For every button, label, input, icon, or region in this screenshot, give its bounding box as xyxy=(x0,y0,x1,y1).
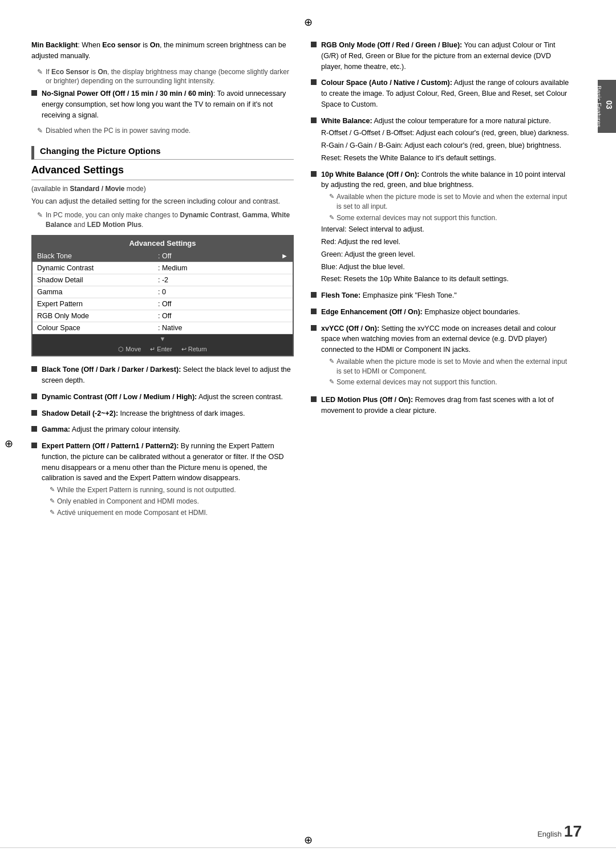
row-value: : Off xyxy=(158,312,279,320)
table-row: Colour Space : Native xyxy=(33,322,293,334)
bullet-square xyxy=(31,393,37,399)
bullet-content: 10p White Balance (Off / On): Controls t… xyxy=(321,169,573,285)
list-item: Expert Pattern (Off / Pattern1 / Pattern… xyxy=(31,441,294,519)
extra-text2: Blue: Adjust the blue level. xyxy=(321,262,573,273)
pencil-icon: ✎ xyxy=(50,508,55,517)
disabled-text: Disabled when the PC is in power saving … xyxy=(46,126,191,136)
row-arrow: ► xyxy=(279,252,288,260)
bullet-content: Gamma: Adjust the primary colour intensi… xyxy=(42,424,294,435)
min-backlight-block: Min Backlight: When Eco sensor is On, th… xyxy=(31,40,294,62)
sub-note: ✎ Activé uniquement en mode Composant et… xyxy=(50,508,294,518)
pencil-icon: ✎ xyxy=(50,497,55,505)
right-column: RGB Only Mode (Off / Red / Green / Blue)… xyxy=(311,40,573,525)
bullet-square xyxy=(311,117,317,123)
section-divider xyxy=(31,180,294,180)
bullet-content: Colour Space (Auto / Native / Custom): A… xyxy=(321,78,573,109)
page-number-area: English17 xyxy=(537,822,582,841)
row-label: Black Tone xyxy=(37,252,158,260)
bullet-square xyxy=(311,79,317,85)
pencil-icon-pc: ✎ xyxy=(37,210,43,220)
list-item: LED Motion Plus (Off / On): Removes drag… xyxy=(311,395,573,416)
left-column: Min Backlight: When Eco sensor is On, th… xyxy=(31,40,294,525)
pencil-icon: ✎ xyxy=(329,378,334,386)
row-value: : Native xyxy=(158,324,279,332)
available-note: (available in Standard / Movie mode) xyxy=(31,185,294,193)
row-label: Gamma xyxy=(37,288,158,296)
table-footer: ⬡ Move ↵ Enter ↩ Return xyxy=(33,343,293,355)
pencil-icon: ✎ xyxy=(329,213,334,222)
extra-text2: Interval: Select interval to adjust. xyxy=(321,224,573,235)
row-label: Expert Pattern xyxy=(37,300,158,308)
eco-sensor-note: ✎ If Eco Sensor is On, the display brigh… xyxy=(37,67,294,87)
section-header: Changing the Picture Options xyxy=(31,146,294,160)
bottom-bar: [UC9000]BN68-03034A-02Eng.indb 17 2010-0… xyxy=(0,847,616,852)
pc-mode-text: In PC mode, you can only make changes to… xyxy=(46,210,294,230)
subsection-title: Advanced Settings xyxy=(31,164,294,176)
bullet-square xyxy=(31,426,37,432)
list-item: 10p White Balance (Off / On): Controls t… xyxy=(311,169,573,285)
extra-text2: Reset: Resets the 10p White Balance to i… xyxy=(321,274,573,285)
table-row: Dynamic Contrast : Medium xyxy=(33,262,293,274)
table-row: Expert Pattern : Off xyxy=(33,298,293,310)
right-bullet-list: RGB Only Mode (Off / Red / Green / Blue)… xyxy=(311,40,573,416)
footer-move: ⬡ Move xyxy=(118,346,141,353)
sub-note: ✎ Some external devices may not support … xyxy=(329,378,573,387)
row-value: : Off xyxy=(158,252,279,260)
sub-note: ✎ Only enabled in Component and HDMI mod… xyxy=(50,497,294,506)
english-label: English xyxy=(537,830,562,838)
list-item: Gamma: Adjust the primary colour intensi… xyxy=(31,424,294,435)
pencil-icon: ✎ xyxy=(329,192,334,201)
sub-note: ✎ While the Expert Pattern is running, s… xyxy=(50,485,294,495)
tab-number: 03 xyxy=(605,100,614,109)
reg-mark-top: ⊕ xyxy=(304,16,313,29)
list-item: xvYCC (Off / On): Setting the xvYCC mode… xyxy=(311,323,573,390)
bullet-square xyxy=(31,90,37,96)
bullet-square xyxy=(311,42,317,47)
bullet-square xyxy=(311,396,317,402)
bullet-content: Shadow Detail (-2~+2): Increase the brig… xyxy=(42,408,294,419)
table-row: Shadow Detail : -2 xyxy=(33,274,293,286)
section-header-label: Changing the Picture Options xyxy=(40,146,161,156)
row-label: Shadow Detail xyxy=(37,276,158,284)
bullet-square xyxy=(311,292,317,298)
list-item: Black Tone (Off / Dark / Darker / Darkes… xyxy=(31,364,294,386)
pencil-icon-disabled: ✎ xyxy=(37,126,43,136)
bullet-content: LED Motion Plus (Off / On): Removes drag… xyxy=(321,395,573,416)
bullet-content: xvYCC (Off / On): Setting the xvYCC mode… xyxy=(321,323,573,390)
bullet-square xyxy=(311,309,317,314)
min-backlight-text: Min Backlight: When Eco sensor is On, th… xyxy=(31,41,286,60)
eco-sensor-text: If Eco Sensor is On, the display brightn… xyxy=(46,67,294,87)
list-item: Shadow Detail (-2~+2): Increase the brig… xyxy=(31,408,294,419)
page-container: ⊕ ⊕ 03 Basic Features Min Backlight: Whe… xyxy=(0,11,616,852)
extra-text: Reset: Resets the White Balance to it's … xyxy=(321,153,573,164)
left-bullet-list: Black Tone (Off / Dark / Darker / Darkes… xyxy=(31,364,294,519)
sub-note: ✎ Some external devices may not support … xyxy=(329,213,573,223)
pencil-icon: ✎ xyxy=(50,485,55,494)
no-signal-item: No-Signal Power Off (Off / 15 min / 30 m… xyxy=(31,88,294,120)
bullet-square xyxy=(311,325,317,331)
advanced-settings-table: Advanced Settings Black Tone : Off ► Dyn… xyxy=(31,235,294,356)
top-bullet-list: No-Signal Power Off (Off / 15 min / 30 m… xyxy=(31,88,294,120)
list-item: RGB Only Mode (Off / Red / Green / Blue)… xyxy=(311,40,573,72)
pencil-icon: ✎ xyxy=(329,357,334,366)
sub-note: ✎ Available when the picture mode is set… xyxy=(329,357,573,376)
bullet-content: White Balance: Adjust the colour tempera… xyxy=(321,116,573,164)
footer-return: ↩ Return xyxy=(181,346,207,353)
bullet-content: Black Tone (Off / Dark / Darker / Darkes… xyxy=(42,364,294,386)
list-item: Edge Enhancement (Off / On): Emphasize o… xyxy=(311,307,573,318)
footer-enter: ↵ Enter xyxy=(150,346,172,353)
row-value: : 0 xyxy=(158,288,279,296)
row-label: Colour Space xyxy=(37,324,158,332)
extra-text: R-Offset / G-Offset / B-Offset: Adjust e… xyxy=(321,128,573,139)
table-row: Gamma : 0 xyxy=(33,286,293,298)
row-label: Dynamic Contrast xyxy=(37,264,158,272)
row-value: : Off xyxy=(158,300,279,308)
bullet-square xyxy=(31,443,37,448)
pc-mode-note: ✎ In PC mode, you can only make changes … xyxy=(37,210,294,230)
available-description: You can adjust the detailed setting for … xyxy=(31,196,294,207)
list-item: White Balance: Adjust the colour tempera… xyxy=(311,116,573,164)
side-tab: 03 Basic Features xyxy=(598,80,616,133)
list-item: Dynamic Contrast (Off / Low / Medium / H… xyxy=(31,392,294,403)
row-value: : -2 xyxy=(158,276,279,284)
extra-text: R-Gain / G-Gain / B-Gain: Adjust each co… xyxy=(321,140,573,151)
